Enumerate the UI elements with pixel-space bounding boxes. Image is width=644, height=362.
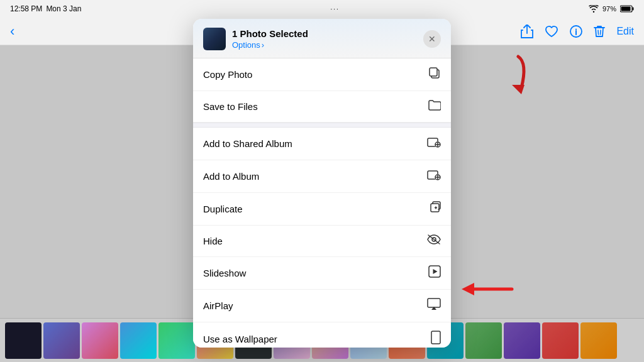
arrow-mid-right <box>455 270 518 310</box>
wallpaper-icon <box>431 331 441 348</box>
dots: ··· <box>331 6 340 13</box>
section-divider-1 <box>193 123 451 128</box>
menu-item-save-to-files[interactable]: Save to Files <box>193 91 451 123</box>
back-button[interactable]: ‹ <box>10 23 14 40</box>
battery-text: 97% <box>602 5 616 13</box>
menu-item-add-album[interactable]: Add to Album <box>193 160 451 193</box>
modal-title: 1 Photo Selected <box>232 28 308 40</box>
wifi-icon <box>589 5 599 13</box>
svg-marker-5 <box>462 283 474 295</box>
share-modal: 1 Photo Selected Options › ✕ Copy Photo … <box>193 19 451 348</box>
slideshow-icon <box>428 265 441 281</box>
menu-item-add-shared-album[interactable]: Add to Shared Album <box>193 128 451 160</box>
airplay-icon <box>427 298 441 314</box>
modal-thumbnail <box>203 28 226 50</box>
menu-item-airplay[interactable]: AirPlay <box>193 290 451 322</box>
status-bar-right: 97% <box>589 5 634 13</box>
svg-rect-18 <box>431 331 440 344</box>
duplicate-icon <box>428 201 441 217</box>
copy-photo-icon <box>428 67 441 82</box>
menu-item-duplicate[interactable]: Duplicate <box>193 193 451 226</box>
add-album-icon <box>427 168 441 184</box>
status-bar-center: ··· <box>331 6 340 13</box>
trash-icon[interactable] <box>594 25 605 38</box>
time: 12:58 PM <box>10 4 42 13</box>
heart-icon[interactable] <box>545 25 558 38</box>
menu-item-use-as-wallpaper[interactable]: Use as Wallpaper <box>193 322 451 348</box>
nav-bar-left: ‹ <box>10 23 14 40</box>
menu-item-hide[interactable]: Hide <box>193 226 451 257</box>
modal-header: 1 Photo Selected Options › ✕ <box>193 19 451 58</box>
share-icon[interactable] <box>521 25 533 38</box>
svg-rect-17 <box>428 299 440 307</box>
save-files-icon <box>428 99 441 114</box>
modal-body: Copy Photo Save to Files Add to Shared A… <box>193 58 451 348</box>
shared-album-icon <box>427 136 441 151</box>
hide-icon <box>427 234 441 248</box>
nav-bar-right: Edit <box>521 25 634 38</box>
svg-rect-2 <box>621 7 630 11</box>
menu-item-slideshow[interactable]: Slideshow <box>193 257 451 290</box>
date: Mon 3 Jan <box>46 4 81 13</box>
info-icon[interactable] <box>570 25 582 38</box>
modal-subtitle[interactable]: Options › <box>232 40 308 50</box>
status-bar-left: 12:58 PM Mon 3 Jan <box>10 4 81 13</box>
svg-rect-1 <box>632 8 633 11</box>
menu-item-copy-photo[interactable]: Copy Photo <box>193 58 451 91</box>
modal-header-text: 1 Photo Selected Options › <box>232 28 308 50</box>
svg-rect-7 <box>430 68 437 76</box>
battery-icon <box>620 5 634 13</box>
modal-header-left: 1 Photo Selected Options › <box>203 28 308 50</box>
status-bar: 12:58 PM Mon 3 Jan ··· 97% <box>0 0 644 18</box>
modal-close-button[interactable]: ✕ <box>423 30 441 48</box>
edit-button[interactable]: Edit <box>616 26 634 37</box>
